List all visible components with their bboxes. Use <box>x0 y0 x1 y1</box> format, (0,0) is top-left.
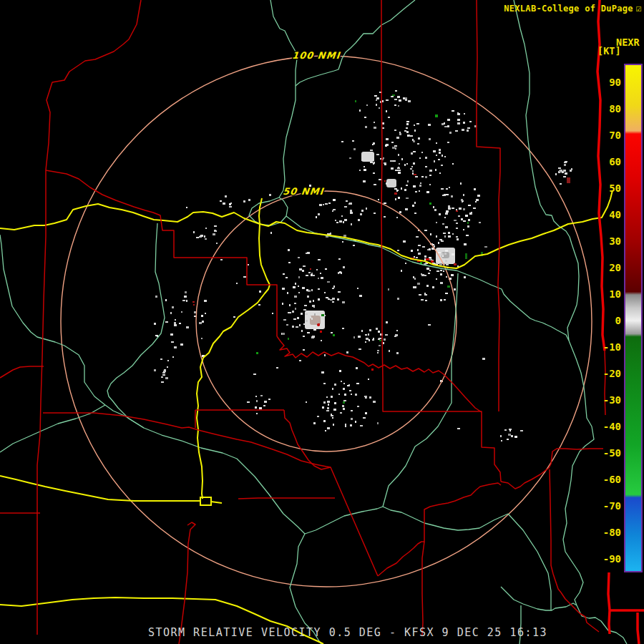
colorbar-tick: 80 <box>592 102 621 115</box>
colorbar-tick: -80 <box>592 526 621 539</box>
highway-lines <box>0 190 613 644</box>
colorbar-tick: 70 <box>592 129 621 142</box>
colorbar-tick: 20 <box>592 261 621 274</box>
radar-map-canvas: 100 NMI 50 NMI <box>0 0 644 644</box>
colorbar-tick: 10 <box>592 288 621 301</box>
checkbox-icon: ☑ <box>636 3 642 14</box>
radar-screen: 100 NMI 50 NMI NEXLAB-College of DuPage☑… <box>0 0 644 644</box>
colorbar-tick: -30 <box>592 394 621 406</box>
county-boundary-lines <box>0 0 605 644</box>
colorbar-tick: -40 <box>592 420 621 433</box>
colorbar-tick: 90 <box>592 76 621 89</box>
colorbar-tick: 60 <box>592 155 621 168</box>
colorbar-tick: 40 <box>592 208 621 221</box>
colorbar-units-label: [KT] <box>597 45 621 57</box>
colorbar-tick: 0 <box>592 314 621 327</box>
colorbar-tick: -10 <box>592 341 621 353</box>
colorbar-tick: -90 <box>592 552 621 565</box>
velocity-colorbar <box>624 64 643 572</box>
colorbar-tick: -70 <box>592 499 621 512</box>
colorbar-tick: 30 <box>592 235 621 248</box>
range-ring-label-50nmi: 50 NMI <box>282 186 325 197</box>
status-bar: STORM RELATIVE VELOCITY 0.5 DEG - KFSX 9… <box>50 626 644 639</box>
colorbar-tick: -20 <box>592 367 621 380</box>
radar-echo-layer <box>154 90 572 441</box>
colorbar-tick: -50 <box>592 447 621 459</box>
range-rings <box>61 56 592 587</box>
colorbar-tick: 50 <box>592 182 621 195</box>
colorbar-tick: -60 <box>592 473 621 486</box>
range-ring-label-100nmi: 100 NMI <box>291 50 341 61</box>
site-title: NEXLAB-College of DuPage☑ <box>504 3 642 14</box>
site-title-text: NEXLAB-College of DuPage <box>504 4 633 14</box>
